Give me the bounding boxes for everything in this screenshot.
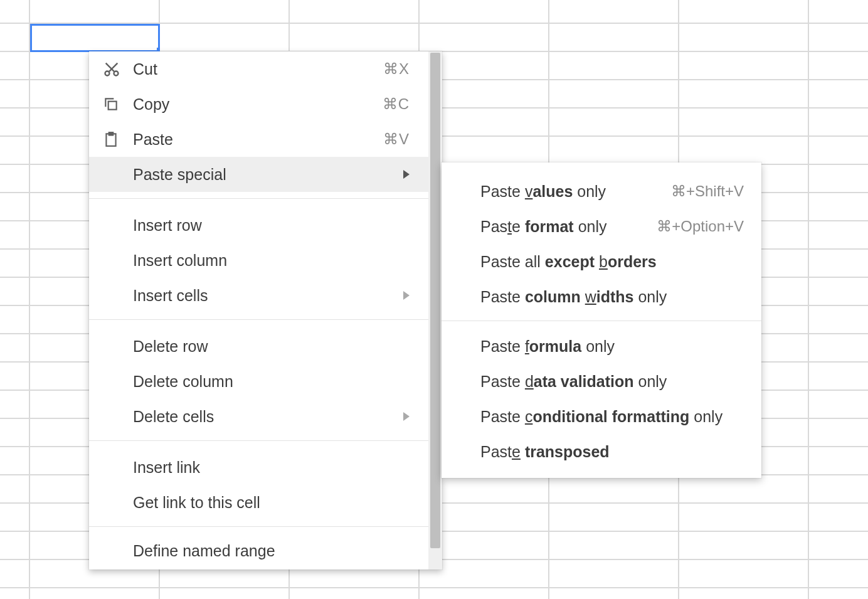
grid-cell[interactable] bbox=[809, 137, 868, 165]
menu-item-define-named-range[interactable]: Define named range bbox=[89, 536, 442, 560]
grid-cell[interactable] bbox=[809, 193, 868, 221]
submenu-item-paste-except-borders[interactable]: Paste all except borders bbox=[442, 244, 761, 279]
grid-cell[interactable] bbox=[679, 137, 809, 165]
grid-cell[interactable] bbox=[0, 363, 30, 391]
grid-cell[interactable] bbox=[0, 560, 30, 588]
grid-cell[interactable] bbox=[549, 560, 679, 588]
grid-cell[interactable] bbox=[809, 250, 868, 278]
grid-cell[interactable] bbox=[809, 0, 868, 24]
grid-cell[interactable] bbox=[679, 109, 809, 137]
grid-cell[interactable] bbox=[160, 588, 290, 599]
grid-cell[interactable] bbox=[809, 109, 868, 137]
grid-cell[interactable] bbox=[809, 475, 868, 504]
grid-cell[interactable] bbox=[0, 0, 30, 24]
grid-cell[interactable] bbox=[0, 419, 30, 447]
grid-cell[interactable] bbox=[0, 250, 30, 278]
submenu-item-paste-values[interactable]: Paste values only ⌘+Shift+V bbox=[442, 174, 761, 209]
grid-cell[interactable] bbox=[679, 588, 809, 599]
grid-cell[interactable] bbox=[0, 334, 30, 363]
menu-item-insert-row[interactable]: Insert row bbox=[89, 208, 428, 243]
grid-cell[interactable] bbox=[549, 137, 679, 165]
submenu-item-paste-column-widths[interactable]: Paste column widths only bbox=[442, 279, 761, 314]
submenu-item-paste-conditional-formatting[interactable]: Paste conditional formatting only bbox=[442, 399, 761, 434]
scrollbar-thumb[interactable] bbox=[430, 53, 440, 548]
grid-cell[interactable] bbox=[0, 447, 30, 475]
grid-cell[interactable] bbox=[0, 165, 30, 193]
grid-cell[interactable] bbox=[679, 24, 809, 52]
grid-cell[interactable] bbox=[809, 363, 868, 391]
grid-cell[interactable] bbox=[809, 24, 868, 52]
grid-cell[interactable] bbox=[809, 80, 868, 109]
grid-cell[interactable] bbox=[809, 391, 868, 419]
grid-cell[interactable] bbox=[0, 391, 30, 419]
grid-cell[interactable] bbox=[0, 80, 30, 109]
grid-cell[interactable] bbox=[809, 165, 868, 193]
grid-cell[interactable] bbox=[809, 560, 868, 588]
grid-cell[interactable] bbox=[809, 221, 868, 250]
grid-cell[interactable] bbox=[30, 588, 160, 599]
submenu-item-paste-format[interactable]: Paste format only ⌘+Option+V bbox=[442, 209, 761, 244]
grid-cell[interactable] bbox=[0, 475, 30, 504]
grid-cell[interactable] bbox=[679, 0, 809, 24]
grid-cell[interactable] bbox=[0, 504, 30, 532]
menu-item-get-link[interactable]: Get link to this cell bbox=[89, 485, 428, 520]
grid-cell[interactable] bbox=[679, 560, 809, 588]
grid-cell[interactable] bbox=[290, 24, 420, 52]
grid-cell[interactable] bbox=[0, 221, 30, 250]
grid-cell[interactable] bbox=[809, 278, 868, 306]
grid-cell[interactable] bbox=[549, 504, 679, 532]
grid-cell[interactable] bbox=[0, 588, 30, 599]
grid-cell[interactable] bbox=[679, 80, 809, 109]
grid-cell[interactable] bbox=[30, 0, 160, 24]
grid-cell[interactable] bbox=[679, 504, 809, 532]
grid-cell[interactable] bbox=[809, 52, 868, 80]
grid-cell[interactable] bbox=[160, 0, 290, 24]
menu-item-delete-row[interactable]: Delete row bbox=[89, 329, 428, 364]
menu-item-cut[interactable]: Cut ⌘X bbox=[89, 51, 428, 87]
grid-cell[interactable] bbox=[549, 475, 679, 504]
grid-cell[interactable] bbox=[809, 588, 868, 599]
grid-cell[interactable] bbox=[809, 532, 868, 560]
grid-cell[interactable] bbox=[549, 0, 679, 24]
grid-cell[interactable] bbox=[0, 24, 30, 52]
menu-item-delete-cells[interactable]: Delete cells bbox=[89, 399, 428, 434]
grid-cell[interactable] bbox=[549, 52, 679, 80]
grid-cell[interactable] bbox=[549, 24, 679, 52]
menu-item-insert-cells[interactable]: Insert cells bbox=[89, 278, 428, 313]
grid-cell[interactable] bbox=[549, 80, 679, 109]
grid-cell[interactable] bbox=[0, 193, 30, 221]
submenu-item-paste-transposed[interactable]: Paste transposed bbox=[442, 434, 761, 469]
grid-cell[interactable] bbox=[420, 588, 549, 599]
grid-cell[interactable] bbox=[549, 532, 679, 560]
grid-cell[interactable] bbox=[549, 588, 679, 599]
grid-cell[interactable] bbox=[290, 588, 420, 599]
grid-cell[interactable] bbox=[30, 24, 160, 52]
grid-cell[interactable] bbox=[290, 0, 420, 24]
menu-item-copy[interactable]: Copy ⌘C bbox=[89, 87, 428, 122]
grid-cell[interactable] bbox=[0, 306, 30, 334]
grid-cell[interactable] bbox=[809, 334, 868, 363]
grid-cell[interactable] bbox=[420, 24, 549, 52]
submenu-item-paste-formula[interactable]: Paste formula only bbox=[442, 329, 761, 364]
grid-cell[interactable] bbox=[0, 52, 30, 80]
grid-cell[interactable] bbox=[420, 0, 549, 24]
grid-cell[interactable] bbox=[549, 109, 679, 137]
grid-cell[interactable] bbox=[679, 475, 809, 504]
grid-cell[interactable] bbox=[809, 504, 868, 532]
submenu-item-paste-data-validation[interactable]: Paste data validation only bbox=[442, 364, 761, 399]
grid-cell[interactable] bbox=[679, 52, 809, 80]
grid-cell[interactable] bbox=[0, 278, 30, 306]
grid-cell[interactable] bbox=[809, 419, 868, 447]
grid-cell[interactable] bbox=[0, 532, 30, 560]
grid-cell[interactable] bbox=[0, 137, 30, 165]
menu-item-insert-column[interactable]: Insert column bbox=[89, 243, 428, 278]
grid-cell[interactable] bbox=[160, 24, 290, 52]
grid-cell[interactable] bbox=[809, 306, 868, 334]
grid-cell[interactable] bbox=[0, 109, 30, 137]
menu-item-insert-link[interactable]: Insert link bbox=[89, 450, 428, 485]
grid-cell[interactable] bbox=[809, 447, 868, 475]
context-menu-scrollbar[interactable] bbox=[428, 51, 442, 570]
menu-item-delete-column[interactable]: Delete column bbox=[89, 364, 428, 399]
grid-cell[interactable] bbox=[679, 532, 809, 560]
menu-item-paste[interactable]: Paste ⌘V bbox=[89, 122, 428, 157]
